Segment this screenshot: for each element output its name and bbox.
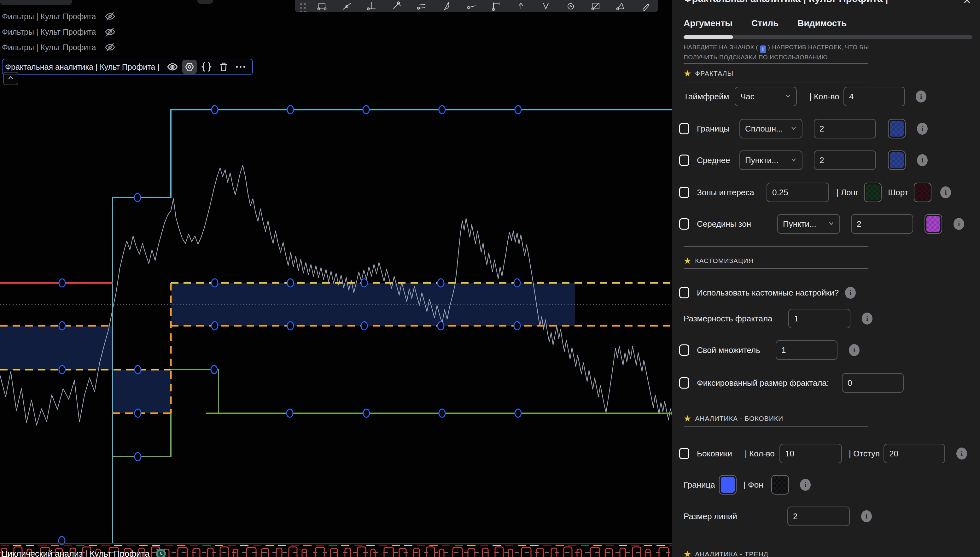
borders-checkbox[interactable] [679,123,689,134]
osc-tick [265,545,274,546]
background-color-swatch[interactable] [771,475,789,495]
anchor-point [438,279,444,287]
anchor-point [514,279,520,287]
middles-checkbox[interactable] [679,218,689,230]
remove-button[interactable] [216,60,231,74]
tab-arguments[interactable]: Аргументы [684,18,733,28]
multiplier-checkbox[interactable] [679,344,689,356]
zones-value-input[interactable] [767,182,829,202]
row-border-bg: Граница | Фон i [672,475,811,495]
gann-box-tool-icon[interactable] [583,0,608,12]
osc-tick [480,545,488,546]
legend-item-filters-3[interactable]: Фильтры | Культ Профита [2,41,253,54]
chevron-down-icon [827,220,835,228]
interest-zone-box [112,370,171,413]
angle-tool-icon[interactable] [384,0,409,12]
eye-slash-icon[interactable] [104,10,116,23]
legend-item-fractal-analytics-selected[interactable]: Фрактальная аналитика | Культ Профита | [2,59,253,75]
sideways-checkbox[interactable] [679,448,689,459]
arc-tool-icon[interactable] [434,0,459,12]
info-icon[interactable]: i [916,91,926,103]
osc-tick [581,545,589,546]
multiplier-input[interactable] [776,340,837,360]
trend-line-tool-icon[interactable] [335,0,359,12]
tab-style[interactable]: Стиль [751,18,778,28]
anchored-rect-tool-icon[interactable] [310,0,335,12]
osc-tick [556,545,564,546]
pencil-tool-icon[interactable] [633,0,658,12]
triangle-tool-icon[interactable] [608,0,633,12]
middles-color-swatch[interactable] [925,214,942,234]
middles-width-input[interactable] [851,214,913,234]
legend-item-filters-2[interactable]: Фильтры | Культ Профита [2,25,253,39]
average-style-select[interactable]: Пункти... [739,150,803,170]
info-icon[interactable]: i [800,479,811,491]
sideways-count-input[interactable] [780,444,842,463]
info-icon[interactable]: i [917,123,928,135]
anchor-point [59,366,65,374]
anchor-point [361,279,367,287]
info-icon[interactable]: i [956,448,967,459]
line-size-input[interactable] [787,507,850,526]
drawing-toolbar[interactable] [295,0,658,12]
info-icon[interactable]: i [940,186,951,199]
parallel-lines-tool-icon[interactable] [409,0,434,12]
oscillator-legend[interactable]: Циклический анализ | Культ Профита [1,546,168,557]
anchor-point [363,106,369,114]
arrow-up-tool-icon[interactable] [509,0,533,12]
settings-button[interactable] [182,60,197,74]
t-square-tool-icon[interactable] [359,0,384,12]
anchor-point [287,322,294,330]
divider [684,63,868,64]
borders-style-select[interactable]: Сплошн... [739,119,803,138]
short-color-swatch[interactable] [914,182,931,202]
timeframe-select[interactable]: Час [735,87,797,106]
legend-item-filters-1[interactable]: Фильтры | Культ Профита [2,10,253,23]
long-color-swatch[interactable] [864,182,882,202]
info-icon[interactable]: i [917,154,928,166]
count-input[interactable] [843,87,905,106]
info-badge-icon: i [760,46,766,53]
visibility-toggle-button[interactable] [165,60,180,74]
legend-item-label: Фильтры | Культ Профита [2,12,96,21]
more-options-button[interactable] [233,60,248,74]
fixed-size-checkbox[interactable] [679,377,689,389]
zones-checkbox[interactable] [679,187,689,198]
source-code-button[interactable] [199,60,214,74]
check-v-tool-icon[interactable] [533,0,558,12]
average-checkbox[interactable] [679,155,689,166]
use-custom-checkbox[interactable] [679,287,689,298]
close-button[interactable]: ✕ [963,0,971,6]
borders-width-input[interactable] [814,119,876,138]
osc-tick [316,545,324,546]
info-icon[interactable]: i [849,344,860,356]
borders-color-swatch[interactable] [888,119,905,138]
offset-input[interactable] [884,444,945,463]
eye-slash-icon[interactable] [104,26,116,38]
chart-area[interactable]: Фильтры | Культ Профита Фильтры | Культ … [0,0,672,557]
drag-handle-icon[interactable] [295,1,310,12]
middles-style-select[interactable]: Пункти... [777,214,840,234]
chevron-down-icon [790,156,798,164]
legend-item-label: Фрактальная аналитика | Культ Профита | [5,62,163,72]
anchor-point [135,366,141,374]
average-color-swatch[interactable] [888,150,905,170]
osc-tick [505,545,514,546]
fixed-size-input[interactable] [842,373,904,393]
info-icon[interactable]: i [954,218,964,230]
ray-tool-icon[interactable] [459,0,484,12]
info-icon[interactable]: i [861,510,872,522]
clock-tool-icon[interactable] [558,0,583,12]
osc-tick [366,545,375,546]
border-color-swatch[interactable] [719,475,736,495]
info-icon[interactable]: i [862,313,873,324]
legend-collapse-button[interactable] [3,72,18,85]
eye-slash-icon[interactable] [104,41,116,53]
average-width-input[interactable] [814,150,876,170]
dialog-tabs: Аргументы Стиль Видимость [684,18,847,28]
line-size-label: Размер линий [684,511,787,521]
pitchfork-tool-icon[interactable] [484,0,509,12]
dimension-input[interactable] [788,309,850,328]
info-icon[interactable]: i [845,287,856,299]
tab-visibility[interactable]: Видимость [798,18,847,28]
